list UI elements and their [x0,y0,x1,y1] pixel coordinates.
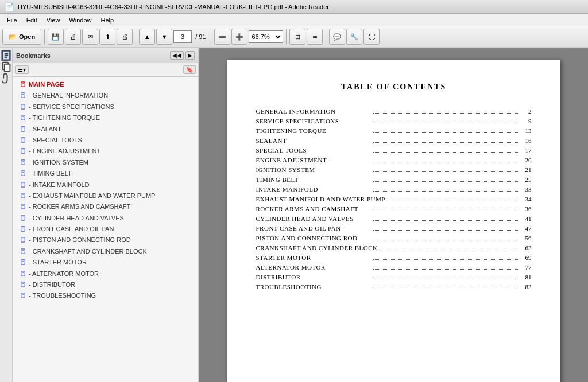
bookmark-item[interactable]: - ROCKER ARMS AND CAMSHAFT [13,201,198,212]
zoom-select[interactable]: 66.7% 50% 75% 100% 125% 150% [249,30,283,43]
toc-page-number: 21 [520,166,532,173]
page-input[interactable] [173,30,192,43]
toc-page-number: 16 [520,137,532,144]
menu-edit[interactable]: Edit [22,15,42,25]
bookmark-item[interactable]: - TIGHTENING TORQUE [13,112,198,123]
bookmark-item[interactable]: - FRONT CASE AND OIL PAN [13,224,198,235]
toc-entry: TIGHTENING TORQUE13 [256,127,532,135]
bookmark-item[interactable]: - CRANKSHAFT AND CYLINDER BLOCK [13,246,198,257]
bookmark-label: - INTAKE MAINFOLD [29,181,90,189]
toc-entry: TIMING BELT25 [256,176,532,184]
svg-rect-6 [21,82,25,87]
svg-rect-10 [21,104,25,109]
toc-dots [373,181,518,182]
separator-2 [136,29,136,44]
bookmark-item[interactable]: - STARTER MOTOR [13,257,198,268]
svg-rect-44 [21,293,25,298]
next-page-button[interactable]: ▼ [156,29,172,45]
bookmark-item[interactable]: - GENERAL INFORMATION [13,90,198,101]
sidebar-toggle-bookmarks[interactable] [1,50,11,61]
email-button[interactable]: ✉ [82,29,98,45]
toc-dots [380,250,518,250]
bookmark-menu-button[interactable]: ☰▾ [15,65,29,74]
print-button[interactable]: 🖨 [117,29,133,45]
svg-rect-20 [21,160,25,165]
bookmark-item[interactable]: - DISTRIBUTOR [13,279,198,290]
svg-rect-18 [21,149,25,153]
toc-page-number: 17 [520,147,532,154]
title-bar: 📄 HYU-MITSUBISHI-4G63-32HL-4G64-33HL-ENG… [0,0,588,14]
bookmark-icon [20,81,26,88]
toc-entry: SPECIAL TOOLS17 [256,147,532,154]
fit-page-button[interactable]: ⊡ [289,29,305,45]
bookmark-label: - STARTER MOTOR [29,258,87,267]
bookmark-label: MAIN PAGE [29,80,64,89]
toc-dots [373,259,518,260]
bookmark-label: - GENERAL INFORMATION [29,91,108,100]
bookmark-item[interactable]: - INTAKE MAINFOLD [13,180,198,190]
bookmark-item[interactable]: - ALTERNATOR MOTOR [13,268,198,279]
sidebar-toggle-attachments[interactable] [1,73,11,84]
toc-dots [373,211,518,211]
menu-file[interactable]: File [2,15,22,25]
upload-button[interactable]: ⬆ [99,29,115,45]
toc-entry: CRANKSHAFT AND CYLINDER BLOCK63 [256,244,532,252]
menu-help[interactable]: Help [96,15,118,25]
save-button[interactable]: 💾 [48,29,64,45]
bookmark-icon [20,292,26,299]
collapse-panel-button[interactable]: ◀◀ [170,51,184,60]
bookmark-item[interactable]: - ENGINE ADJUSTMENT [13,146,198,157]
find-button[interactable]: 💬 [329,29,345,45]
bookmark-item[interactable]: - PISTON AND CONNECTING ROD [13,235,198,245]
expand-panel-button[interactable]: ▶ [185,51,195,60]
bookmark-icon [20,270,26,277]
bookmark-item[interactable]: MAIN PAGE [13,79,198,90]
bookmark-item[interactable]: - CYLINDER HEAD AND VALVES [13,213,198,224]
toc-dots [373,289,518,289]
svg-rect-22 [21,171,25,176]
svg-rect-12 [21,115,25,120]
separator-5 [326,29,326,44]
bookmark-label: - TROUBLESHOOTING [29,291,96,300]
toc-page-number: 81 [520,274,532,280]
bookmark-item[interactable]: - SEALANT [13,124,198,135]
toc-entry-label: ROCKER ARMS AND CAMSHAFT [256,205,371,212]
bookmarks-panel: Bookmarks ◀◀ ▶ ☰▾ 🔖 MAIN PAGE- GENERAL I… [13,48,199,382]
toc-entry-label: ALTERNATOR MOTOR [256,264,371,271]
toc-entry: DISTRIBUTOR81 [256,274,532,281]
bookmark-item[interactable]: - IGNITION SYSTEM [13,157,198,168]
toc-page-number: 77 [520,264,532,271]
toc-page-number: 83 [520,283,532,290]
prev-page-button[interactable]: ▲ [139,29,155,45]
new-bookmark-button[interactable]: 🔖 [183,65,196,74]
toc-entry: ALTERNATOR MOTOR77 [256,264,532,271]
bookmark-item[interactable]: - TROUBLESHOOTING [13,290,198,301]
bookmark-label: - EXHAUST MAINFOLD AND WATER PUMP [29,192,155,200]
svg-rect-8 [21,93,25,98]
menu-view[interactable]: View [42,15,65,25]
print-setup-button[interactable]: 🖨 [65,29,81,45]
bookmark-label: - IGNITION SYSTEM [29,158,88,167]
svg-rect-16 [21,138,25,142]
toc-entry-label: SPECIAL TOOLS [256,147,371,154]
bookmark-item[interactable]: - TIMING BELT [13,168,198,179]
open-button[interactable]: 📂 Open [2,29,41,45]
fit-width-button[interactable]: ⬌ [307,29,323,45]
bookmark-item[interactable]: - EXHAUST MAINFOLD AND WATER PUMP [13,190,198,201]
bookmark-label: - FRONT CASE AND OIL PAN [29,225,114,233]
fullscreen-button[interactable]: ⛶ [363,29,380,45]
menu-window[interactable]: Window [64,15,96,25]
bookmark-item[interactable]: - SERVICE SPECIFICATIONS [13,102,198,112]
toc-dots [373,191,518,192]
main-area: Bookmarks ◀◀ ▶ ☰▾ 🔖 MAIN PAGE- GENERAL I… [0,48,588,382]
zoom-out-button[interactable]: ➖ [214,29,230,45]
toc-dots [373,123,518,123]
content-area[interactable]: TABLE OF CONTENTS GENERAL INFORMATION2SE… [199,48,588,382]
bookmark-list: MAIN PAGE- GENERAL INFORMATION- SERVICE … [13,77,198,382]
toc-page-number: 36 [520,205,532,212]
tools-button[interactable]: 🔧 [346,29,362,45]
bookmark-item[interactable]: - SPECIAL TOOLS [13,135,198,146]
zoom-in-button[interactable]: ➕ [231,29,247,45]
sidebar-toggle-pages[interactable] [1,62,11,72]
bookmark-label: - SERVICE SPECIFICATIONS [29,103,114,111]
